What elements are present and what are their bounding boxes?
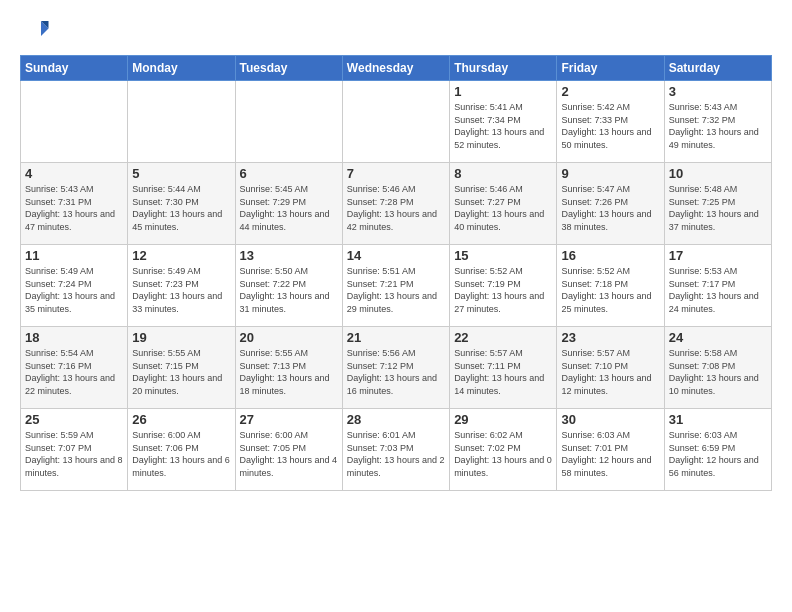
weekday-header: Tuesday (235, 56, 342, 81)
calendar-cell: 9Sunrise: 5:47 AM Sunset: 7:26 PM Daylig… (557, 163, 664, 245)
day-info: Sunrise: 6:03 AM Sunset: 6:59 PM Dayligh… (669, 429, 767, 479)
weekday-header: Friday (557, 56, 664, 81)
day-info: Sunrise: 5:58 AM Sunset: 7:08 PM Dayligh… (669, 347, 767, 397)
day-number: 25 (25, 412, 123, 427)
day-number: 12 (132, 248, 230, 263)
day-number: 8 (454, 166, 552, 181)
calendar-table: SundayMondayTuesdayWednesdayThursdayFrid… (20, 55, 772, 491)
calendar-cell: 24Sunrise: 5:58 AM Sunset: 7:08 PM Dayli… (664, 327, 771, 409)
day-number: 4 (25, 166, 123, 181)
day-info: Sunrise: 5:41 AM Sunset: 7:34 PM Dayligh… (454, 101, 552, 151)
day-number: 6 (240, 166, 338, 181)
weekday-row: SundayMondayTuesdayWednesdayThursdayFrid… (21, 56, 772, 81)
calendar-cell: 21Sunrise: 5:56 AM Sunset: 7:12 PM Dayli… (342, 327, 449, 409)
day-info: Sunrise: 5:46 AM Sunset: 7:28 PM Dayligh… (347, 183, 445, 233)
day-info: Sunrise: 5:44 AM Sunset: 7:30 PM Dayligh… (132, 183, 230, 233)
calendar-cell: 17Sunrise: 5:53 AM Sunset: 7:17 PM Dayli… (664, 245, 771, 327)
day-number: 9 (561, 166, 659, 181)
day-number: 26 (132, 412, 230, 427)
calendar-cell (128, 81, 235, 163)
calendar-cell: 30Sunrise: 6:03 AM Sunset: 7:01 PM Dayli… (557, 409, 664, 491)
calendar-header: SundayMondayTuesdayWednesdayThursdayFrid… (21, 56, 772, 81)
day-info: Sunrise: 5:55 AM Sunset: 7:15 PM Dayligh… (132, 347, 230, 397)
day-number: 1 (454, 84, 552, 99)
calendar-cell: 23Sunrise: 5:57 AM Sunset: 7:10 PM Dayli… (557, 327, 664, 409)
day-info: Sunrise: 5:56 AM Sunset: 7:12 PM Dayligh… (347, 347, 445, 397)
calendar-cell: 16Sunrise: 5:52 AM Sunset: 7:18 PM Dayli… (557, 245, 664, 327)
day-number: 28 (347, 412, 445, 427)
calendar-cell: 26Sunrise: 6:00 AM Sunset: 7:06 PM Dayli… (128, 409, 235, 491)
day-info: Sunrise: 5:47 AM Sunset: 7:26 PM Dayligh… (561, 183, 659, 233)
day-number: 21 (347, 330, 445, 345)
day-number: 17 (669, 248, 767, 263)
calendar-week-row: 25Sunrise: 5:59 AM Sunset: 7:07 PM Dayli… (21, 409, 772, 491)
calendar-body: 1Sunrise: 5:41 AM Sunset: 7:34 PM Daylig… (21, 81, 772, 491)
day-number: 7 (347, 166, 445, 181)
day-number: 15 (454, 248, 552, 263)
day-info: Sunrise: 6:02 AM Sunset: 7:02 PM Dayligh… (454, 429, 552, 479)
day-info: Sunrise: 6:03 AM Sunset: 7:01 PM Dayligh… (561, 429, 659, 479)
calendar-cell: 7Sunrise: 5:46 AM Sunset: 7:28 PM Daylig… (342, 163, 449, 245)
header (20, 15, 772, 45)
day-number: 13 (240, 248, 338, 263)
day-info: Sunrise: 5:53 AM Sunset: 7:17 PM Dayligh… (669, 265, 767, 315)
weekday-header: Thursday (450, 56, 557, 81)
day-number: 29 (454, 412, 552, 427)
day-number: 22 (454, 330, 552, 345)
calendar-cell (21, 81, 128, 163)
weekday-header: Saturday (664, 56, 771, 81)
day-info: Sunrise: 5:49 AM Sunset: 7:23 PM Dayligh… (132, 265, 230, 315)
day-info: Sunrise: 5:50 AM Sunset: 7:22 PM Dayligh… (240, 265, 338, 315)
day-info: Sunrise: 5:49 AM Sunset: 7:24 PM Dayligh… (25, 265, 123, 315)
day-info: Sunrise: 5:42 AM Sunset: 7:33 PM Dayligh… (561, 101, 659, 151)
day-number: 23 (561, 330, 659, 345)
calendar-cell: 4Sunrise: 5:43 AM Sunset: 7:31 PM Daylig… (21, 163, 128, 245)
calendar-cell: 14Sunrise: 5:51 AM Sunset: 7:21 PM Dayli… (342, 245, 449, 327)
day-info: Sunrise: 5:54 AM Sunset: 7:16 PM Dayligh… (25, 347, 123, 397)
logo (20, 15, 54, 45)
calendar-cell: 15Sunrise: 5:52 AM Sunset: 7:19 PM Dayli… (450, 245, 557, 327)
calendar-week-row: 1Sunrise: 5:41 AM Sunset: 7:34 PM Daylig… (21, 81, 772, 163)
calendar-cell (235, 81, 342, 163)
day-number: 5 (132, 166, 230, 181)
calendar-cell: 20Sunrise: 5:55 AM Sunset: 7:13 PM Dayli… (235, 327, 342, 409)
day-number: 14 (347, 248, 445, 263)
calendar-cell: 19Sunrise: 5:55 AM Sunset: 7:15 PM Dayli… (128, 327, 235, 409)
day-number: 19 (132, 330, 230, 345)
calendar-cell (342, 81, 449, 163)
logo-icon (20, 15, 50, 45)
calendar-cell: 1Sunrise: 5:41 AM Sunset: 7:34 PM Daylig… (450, 81, 557, 163)
day-number: 31 (669, 412, 767, 427)
calendar-cell: 18Sunrise: 5:54 AM Sunset: 7:16 PM Dayli… (21, 327, 128, 409)
day-number: 11 (25, 248, 123, 263)
calendar-cell: 25Sunrise: 5:59 AM Sunset: 7:07 PM Dayli… (21, 409, 128, 491)
day-info: Sunrise: 5:57 AM Sunset: 7:10 PM Dayligh… (561, 347, 659, 397)
day-number: 27 (240, 412, 338, 427)
calendar-cell: 29Sunrise: 6:02 AM Sunset: 7:02 PM Dayli… (450, 409, 557, 491)
calendar-cell: 12Sunrise: 5:49 AM Sunset: 7:23 PM Dayli… (128, 245, 235, 327)
day-info: Sunrise: 5:43 AM Sunset: 7:32 PM Dayligh… (669, 101, 767, 151)
calendar-cell: 13Sunrise: 5:50 AM Sunset: 7:22 PM Dayli… (235, 245, 342, 327)
calendar-cell: 3Sunrise: 5:43 AM Sunset: 7:32 PM Daylig… (664, 81, 771, 163)
calendar-week-row: 18Sunrise: 5:54 AM Sunset: 7:16 PM Dayli… (21, 327, 772, 409)
calendar-week-row: 4Sunrise: 5:43 AM Sunset: 7:31 PM Daylig… (21, 163, 772, 245)
calendar-cell: 22Sunrise: 5:57 AM Sunset: 7:11 PM Dayli… (450, 327, 557, 409)
day-info: Sunrise: 5:46 AM Sunset: 7:27 PM Dayligh… (454, 183, 552, 233)
day-info: Sunrise: 5:55 AM Sunset: 7:13 PM Dayligh… (240, 347, 338, 397)
calendar-cell: 31Sunrise: 6:03 AM Sunset: 6:59 PM Dayli… (664, 409, 771, 491)
day-number: 24 (669, 330, 767, 345)
calendar-cell: 6Sunrise: 5:45 AM Sunset: 7:29 PM Daylig… (235, 163, 342, 245)
day-number: 18 (25, 330, 123, 345)
calendar-cell: 5Sunrise: 5:44 AM Sunset: 7:30 PM Daylig… (128, 163, 235, 245)
calendar-cell: 10Sunrise: 5:48 AM Sunset: 7:25 PM Dayli… (664, 163, 771, 245)
weekday-header: Wednesday (342, 56, 449, 81)
page-container: SundayMondayTuesdayWednesdayThursdayFrid… (0, 0, 792, 501)
day-info: Sunrise: 6:00 AM Sunset: 7:05 PM Dayligh… (240, 429, 338, 479)
day-info: Sunrise: 5:57 AM Sunset: 7:11 PM Dayligh… (454, 347, 552, 397)
calendar-week-row: 11Sunrise: 5:49 AM Sunset: 7:24 PM Dayli… (21, 245, 772, 327)
day-info: Sunrise: 6:00 AM Sunset: 7:06 PM Dayligh… (132, 429, 230, 479)
day-info: Sunrise: 5:59 AM Sunset: 7:07 PM Dayligh… (25, 429, 123, 479)
day-number: 20 (240, 330, 338, 345)
calendar-cell: 8Sunrise: 5:46 AM Sunset: 7:27 PM Daylig… (450, 163, 557, 245)
day-number: 30 (561, 412, 659, 427)
